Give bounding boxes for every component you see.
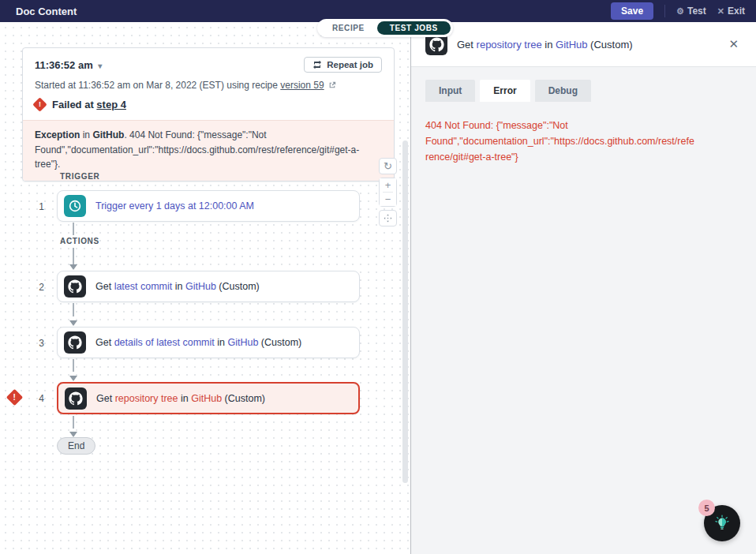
error-output-text: 404 Not Found: {"message":"Not Found","d… [425, 118, 695, 165]
gear-icon: ⚙ [676, 6, 684, 17]
save-button[interactable]: Save [611, 2, 653, 20]
tab-recipe[interactable]: RECIPE [320, 21, 377, 35]
page-title: Doc Content [16, 6, 77, 17]
scrollbar[interactable] [402, 140, 408, 483]
connector-arrow [69, 376, 77, 381]
exception-word: Exception [35, 129, 80, 140]
assistant-button[interactable]: 5 [704, 505, 740, 541]
step-title: Trigger every 1 days at 12:00:00 AM [95, 200, 254, 211]
close-panel-button[interactable]: ✕ [725, 36, 742, 53]
version-link[interactable]: version 59 [280, 80, 324, 91]
connector-arrow [69, 320, 77, 326]
clock-icon [64, 195, 86, 217]
tab-input[interactable]: Input [425, 80, 475, 102]
github-icon [65, 387, 87, 410]
connector-line [73, 223, 74, 235]
detail-tabs: Input Error Debug [425, 80, 756, 102]
error-diamond-icon: ! [32, 97, 47, 111]
step-detail-panel: Get repository tree in GitHub (Custom) ✕… [411, 22, 756, 554]
tab-test-jobs[interactable]: TEST JOBS [377, 21, 451, 35]
exception-app: GitHub [92, 129, 124, 140]
zoom-group: + − [379, 178, 397, 207]
end-node[interactable]: End [57, 437, 95, 455]
detail-header: Get repository tree in GitHub (Custom) ✕ [411, 22, 756, 67]
step-title: Get repository tree in GitHub (Custom) [96, 393, 265, 404]
job-time-dropdown[interactable]: 11:36:52 am ▾ [35, 59, 102, 71]
failed-at-text: Failed at step 4 [52, 99, 126, 110]
mode-switch: RECIPE TEST JOBS [317, 19, 453, 37]
actions-section-label: ACTIONS [60, 237, 99, 245]
failed-step-link[interactable]: step 4 [96, 99, 126, 110]
notification-badge: 5 [698, 500, 715, 516]
zoom-out-button[interactable]: − [380, 193, 396, 206]
tab-debug[interactable]: Debug [535, 80, 591, 102]
reset-view-button[interactable]: ↻ [379, 158, 397, 174]
step-number: 2 [30, 282, 44, 293]
repeat-job-button[interactable]: Repeat job [304, 57, 382, 73]
connector-arrow [69, 264, 77, 270]
connector-line [73, 248, 74, 264]
step-card-3[interactable]: Get details of latest commit in GitHub (… [57, 327, 360, 358]
test-button-label: Test [687, 6, 706, 17]
job-started-line: Started at 11:36:52 am on Mar 8, 2022 (E… [35, 80, 382, 91]
canvas-controls: ↻ + − [379, 158, 397, 226]
fit-view-button[interactable] [379, 210, 397, 226]
job-started-text: Started at 11:36:52 am on Mar 8, 2022 (E… [35, 80, 280, 91]
exit-button-label: Exit [728, 6, 745, 17]
header-divider [664, 5, 665, 17]
step-card-trigger[interactable]: Trigger every 1 days at 12:00:00 AM [57, 190, 360, 222]
lightbulb-icon [713, 515, 731, 532]
connector-arrow [69, 432, 77, 437]
step-number: 1 [30, 201, 44, 212]
connector-line [73, 416, 74, 429]
repeat-job-label: Repeat job [327, 60, 373, 69]
step-card-2[interactable]: Get latest commit in GitHub (Custom) [57, 271, 360, 302]
step-title: Get latest commit in GitHub (Custom) [95, 281, 260, 292]
step-number: 3 [30, 338, 44, 349]
connector-line [73, 359, 74, 372]
step-number: 4 [30, 393, 44, 404]
step-title: Get details of latest commit in GitHub (… [95, 337, 301, 348]
job-canvas-panel: 11:36:52 am ▾ Repeat job Started at 11:3… [0, 22, 411, 554]
test-button[interactable]: ⚙ Test [676, 6, 706, 17]
step-card-4-failed[interactable]: Get repository tree in GitHub (Custom) [57, 382, 360, 414]
job-time-label: 11:36:52 am [35, 59, 93, 71]
job-failed-line: ! Failed at step 4 [35, 99, 382, 110]
job-summary-card: 11:36:52 am ▾ Repeat job Started at 11:3… [22, 47, 395, 182]
detail-step-title: Get repository tree in GitHub (Custom) [457, 39, 716, 51]
chevron-down-icon: ▾ [98, 62, 102, 70]
exit-button[interactable]: ✕ Exit [717, 6, 745, 17]
github-icon [64, 275, 86, 298]
reset-icon: ↻ [384, 160, 392, 172]
header-actions: Save ⚙ Test ✕ Exit [611, 2, 745, 20]
repeat-icon [313, 61, 322, 69]
fit-view-icon [384, 214, 392, 223]
zoom-in-button[interactable]: + [380, 178, 396, 192]
github-icon [64, 331, 86, 354]
close-icon: ✕ [717, 6, 724, 17]
external-link-icon [328, 81, 336, 89]
error-diamond-icon: ! [6, 389, 23, 406]
tab-error[interactable]: Error [480, 80, 530, 102]
trigger-section-label: TRIGGER [60, 172, 99, 181]
connector-line [73, 303, 74, 316]
close-icon: ✕ [728, 37, 739, 51]
